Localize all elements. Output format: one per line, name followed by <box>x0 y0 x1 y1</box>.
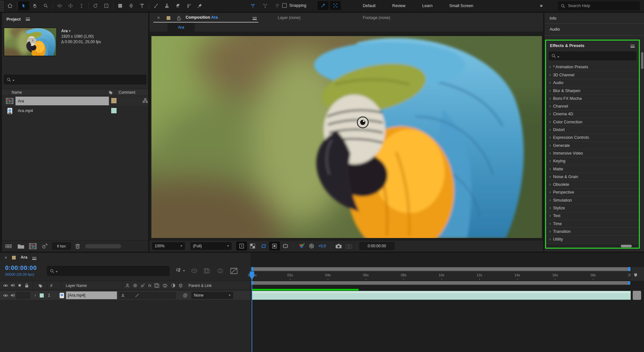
interpret-footage-icon[interactable] <box>5 243 13 249</box>
label-column-tag-icon[interactable] <box>38 283 43 289</box>
frame-blending-icon[interactable] <box>204 268 211 274</box>
text-tool-button[interactable] <box>137 1 148 10</box>
chevron-right-icon[interactable]: › <box>549 64 551 69</box>
effects-category-row[interactable]: › Transition <box>546 227 639 235</box>
dolly-camera-tool-button[interactable] <box>76 1 87 10</box>
effects-category-row[interactable]: › Channel <box>546 102 639 110</box>
clone-stamp-tool-button[interactable] <box>161 1 172 10</box>
effects-category-row[interactable]: › Stylize <box>546 204 639 212</box>
eraser-tool-button[interactable] <box>172 1 183 10</box>
chevron-right-icon[interactable]: › <box>549 158 551 163</box>
window-scrollbar-thumb[interactable] <box>641 52 643 69</box>
mask-visibility-button[interactable] <box>269 242 280 251</box>
layer-duration-bar[interactable] <box>252 291 631 300</box>
quality-icon[interactable] <box>140 283 145 288</box>
view-axis-mode-button[interactable] <box>273 1 282 10</box>
effects-fx-icon[interactable]: fx <box>148 283 151 288</box>
help-search-input[interactable] <box>568 4 629 8</box>
crop-region-button[interactable] <box>280 242 291 251</box>
project-search-box[interactable] <box>4 75 146 84</box>
layer-shy-cell[interactable] <box>120 292 126 299</box>
rotation-tool-button[interactable] <box>90 1 101 10</box>
chevron-right-icon[interactable]: › <box>549 198 551 202</box>
world-axis-mode-button[interactable] <box>260 1 270 10</box>
workspace-tab-default[interactable]: Default <box>354 4 384 8</box>
camera-tool-button[interactable] <box>101 1 112 10</box>
channel-wheels-icon[interactable] <box>298 243 305 249</box>
layer-collapse-cell[interactable] <box>127 292 133 299</box>
chevron-right-icon[interactable]: › <box>549 88 551 93</box>
chevron-right-icon[interactable]: › <box>549 151 551 155</box>
navigator-end-handle[interactable] <box>628 267 630 271</box>
snapping-control[interactable]: Snapping <box>282 3 306 8</box>
exposure-icon[interactable] <box>309 243 314 249</box>
label-swatch-composition[interactable] <box>111 98 117 104</box>
transparency-grid-button[interactable] <box>247 242 258 251</box>
selection-tool-button[interactable] <box>18 1 29 10</box>
draft-3d-icon[interactable] <box>191 268 198 274</box>
effects-category-row[interactable]: › Color Correction <box>546 118 639 126</box>
audio-speaker-icon[interactable] <box>10 283 15 288</box>
roi-button[interactable] <box>258 242 269 251</box>
chevron-right-icon[interactable]: › <box>549 174 551 179</box>
new-composition-icon[interactable] <box>29 243 37 249</box>
timeline-tab[interactable]: Ara <box>21 255 27 260</box>
effects-category-row[interactable]: › Boris FX Mocha <box>546 94 639 102</box>
navigator-start-handle[interactable] <box>251 267 254 271</box>
hand-tool-button[interactable] <box>29 1 40 10</box>
effects-category-row[interactable]: › Noise & Grain <box>546 173 639 180</box>
effects-category-row[interactable]: › * Animation Presets <box>546 63 639 71</box>
column-name[interactable]: Name <box>12 90 22 95</box>
comp-label-swatch[interactable] <box>166 16 171 20</box>
panel-menu-icon[interactable] <box>26 18 30 21</box>
shape-tool-button[interactable] <box>115 1 126 10</box>
panel-drag-handle[interactable] <box>0 0 5 12</box>
viewer-subtab-ara[interactable]: Ara <box>168 23 195 32</box>
flowchart-icon[interactable] <box>142 98 148 104</box>
project-item-name[interactable]: Ara.mp4 <box>18 109 33 113</box>
tab-footage[interactable]: Footage (none) <box>363 15 390 20</box>
effects-category-row[interactable]: › Generate <box>546 141 639 149</box>
effects-category-row[interactable]: › Distort <box>546 126 639 133</box>
preview-timecode[interactable]: 0:00:00:00 <box>360 242 394 250</box>
time-navigator[interactable] <box>251 267 631 271</box>
work-area[interactable] <box>251 281 631 285</box>
effects-category-row[interactable]: › Obsolete <box>546 180 639 188</box>
layer-expander-icon[interactable]: › <box>34 293 36 297</box>
show-snapshot-icon[interactable] <box>346 243 352 249</box>
solo-icon[interactable] <box>18 283 22 287</box>
layer-label-swatch[interactable] <box>39 293 44 298</box>
project-item-name-selected[interactable]: Ara <box>15 97 109 105</box>
workspace-tab-small-screen[interactable]: Small Screen <box>441 4 482 8</box>
layer-3d-cell[interactable] <box>169 292 176 299</box>
chevron-right-icon[interactable]: › <box>549 80 551 85</box>
effects-category-row[interactable]: › Utility <box>546 235 639 243</box>
orbit-camera-tool-button[interactable] <box>54 1 65 10</box>
chevron-right-icon[interactable]: › <box>549 119 551 124</box>
effects-category-row[interactable]: › Audio <box>546 79 639 87</box>
composition-mini-flowchart-button[interactable] <box>176 268 185 274</box>
chevron-right-icon[interactable]: › <box>549 229 551 233</box>
layer-solo-cell[interactable] <box>16 292 23 299</box>
video-eye-icon[interactable] <box>3 283 8 288</box>
layer-name-selected[interactable]: [Ara.mp4] <box>66 291 117 299</box>
chevron-right-icon[interactable]: › <box>549 72 551 77</box>
effects-category-row[interactable]: › Immersive Video <box>546 149 639 157</box>
collapse-transformations-icon[interactable] <box>133 283 138 288</box>
motion-blur-column-icon[interactable] <box>162 283 168 288</box>
exposure-value[interactable]: +0,0 <box>318 244 326 248</box>
column-parent-link[interactable]: Parent & Link <box>188 283 212 288</box>
tab-layer[interactable]: Layer (none) <box>278 15 301 20</box>
adjustment-layer-icon[interactable] <box>171 283 176 288</box>
close-tab-icon[interactable]: × <box>157 15 160 20</box>
chevron-right-icon[interactable]: › <box>549 221 551 226</box>
layer-adjustment-cell[interactable] <box>162 292 169 299</box>
tab-composition[interactable]: Composition Ara <box>186 15 218 20</box>
lock-icon[interactable] <box>24 283 29 288</box>
new-folder-icon[interactable] <box>17 243 24 249</box>
effects-category-row[interactable]: › Keying <box>546 157 639 165</box>
chevron-right-icon[interactable]: › <box>549 182 551 186</box>
layer-lock-cell[interactable] <box>23 292 30 299</box>
panel-divider[interactable] <box>543 13 544 252</box>
timeline-vscrollbar-thumb[interactable] <box>633 291 641 300</box>
